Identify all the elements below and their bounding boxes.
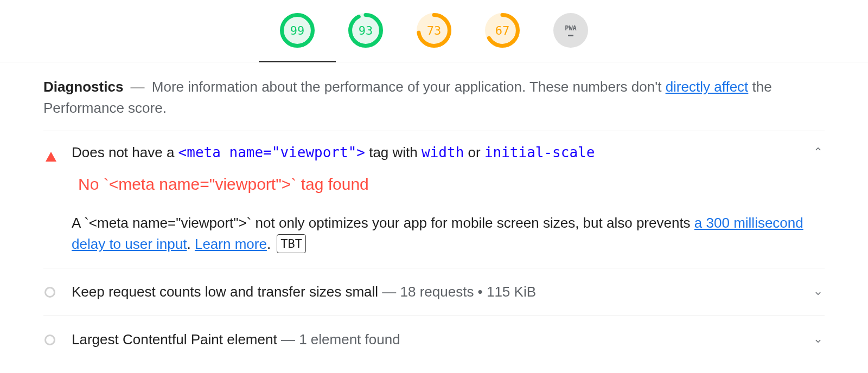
score-seo[interactable]: 67	[483, 13, 521, 62]
chevron-up-icon	[812, 142, 825, 154]
audit-viewport-t3: or	[464, 144, 484, 160]
audit-viewport-c1: <meta name="viewport">	[178, 144, 365, 160]
audit-viewport-body-period: .	[267, 236, 275, 252]
chevron-down-icon	[812, 286, 825, 298]
chevron-down-icon	[812, 334, 825, 346]
audit-viewport-body: A `<meta name="viewport">` not only opti…	[43, 196, 825, 268]
audit-requests-toggle[interactable]: Keep request counts low and transfer siz…	[43, 268, 825, 316]
audit-viewport-t1: Does not have a	[72, 144, 178, 160]
dash-separator: —	[126, 79, 148, 95]
score-seo-gauge: 67	[485, 13, 520, 48]
svg-point-1	[350, 15, 381, 46]
dash-separator: —	[281, 331, 299, 348]
audit-viewport-body-prefix: A `<meta name="viewport">` not only opti…	[72, 215, 694, 231]
score-accessibility-gauge: 93	[348, 13, 383, 48]
audit-viewport-warning: No `<meta name="viewport">` tag found	[78, 172, 812, 196]
score-pwa[interactable]: PWA	[552, 13, 590, 62]
audit-viewport-c3: initial-scale	[484, 144, 595, 160]
score-pwa-gauge: PWA	[553, 13, 588, 48]
score-performance-gauge: 99	[280, 13, 315, 48]
audit-lcp: Largest Contentful Paint element — 1 ele…	[43, 316, 825, 363]
audit-requests-detail: 18 requests • 115 KiB	[400, 284, 536, 300]
svg-point-2	[419, 15, 450, 46]
audit-lcp-toggle[interactable]: Largest Contentful Paint element — 1 ele…	[43, 316, 825, 363]
audit-viewport-body-mid: .	[187, 236, 194, 252]
audit-viewport-body-link2[interactable]: Learn more	[195, 236, 267, 252]
score-bestpractices[interactable]: 73	[415, 13, 453, 62]
diagnostics-desc-link[interactable]: directly affect	[666, 79, 749, 95]
diagnostics-title: Diagnostics	[43, 79, 123, 95]
audit-lcp-detail: 1 element found	[299, 331, 400, 348]
audit-requests: Keep request counts low and transfer siz…	[43, 268, 825, 316]
audit-viewport: Does not have a <meta name="viewport"> t…	[43, 131, 825, 268]
audit-lcp-title: Largest Contentful Paint element	[72, 331, 277, 348]
score-accessibility[interactable]: 93	[347, 13, 385, 62]
audit-requests-title: Keep request counts low and transfer siz…	[72, 284, 378, 300]
active-tab-underline	[259, 61, 336, 62]
fail-icon	[46, 152, 56, 162]
audit-viewport-c2: width	[422, 144, 464, 160]
tbt-tag: TBT	[277, 234, 306, 253]
svg-point-3	[487, 15, 518, 46]
diagnostics-header: Diagnostics — More information about the…	[43, 76, 825, 131]
score-bestpractices-gauge: 73	[417, 13, 451, 48]
audit-viewport-t2: tag with	[365, 144, 422, 160]
diagnostics-section: Diagnostics — More information about the…	[0, 62, 868, 363]
score-pwa-dash-icon	[568, 35, 573, 36]
info-icon	[44, 287, 55, 298]
audit-viewport-toggle[interactable]: Does not have a <meta name="viewport"> t…	[43, 131, 825, 196]
score-performance[interactable]: 99	[278, 13, 316, 62]
lighthouse-scorebar: 99 93 73 67 PWA	[0, 0, 868, 62]
dash-separator: —	[382, 284, 400, 300]
score-pwa-label: PWA	[565, 25, 577, 31]
svg-point-0	[282, 15, 313, 46]
info-icon	[44, 335, 55, 345]
diagnostics-desc-prefix: More information about the performance o…	[152, 79, 666, 95]
